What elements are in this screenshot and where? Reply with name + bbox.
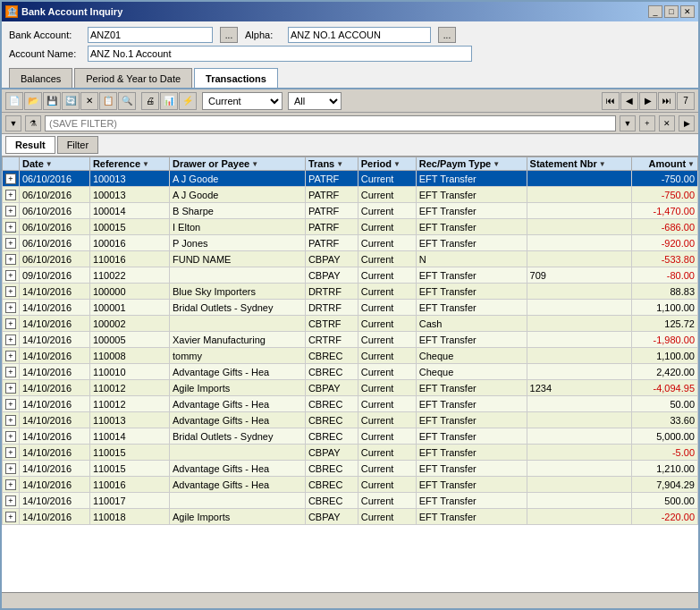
tab-balances[interactable]: Balances [9, 68, 72, 88]
filter-clear-button[interactable]: ✕ [659, 115, 675, 131]
alpha-browse-button[interactable]: ... [438, 27, 456, 43]
table-row[interactable]: + 14/10/2016 110008 tommy CBREC Current … [3, 348, 698, 364]
row-stmt-nbr: 709 [527, 267, 631, 284]
expand-icon[interactable]: + [5, 479, 16, 490]
tb-copy-button[interactable]: 📋 [99, 92, 117, 110]
period-dropdown[interactable]: Current [202, 92, 283, 110]
expand-icon[interactable]: + [5, 447, 16, 458]
table-row[interactable]: + 06/10/2016 100016 P Jones PATRF Curren… [3, 235, 698, 251]
table-row[interactable]: + 06/10/2016 110016 FUND NAME CBPAY Curr… [3, 251, 698, 267]
expand-icon[interactable]: + [5, 351, 16, 361]
row-expand-cell: + [3, 412, 20, 428]
table-row[interactable]: + 14/10/2016 100000 Blue Sky Importers D… [3, 284, 698, 300]
filter-toggle-button[interactable]: ▼ [5, 115, 21, 131]
table-row[interactable]: + 14/10/2016 110012 Agile Imports CBPAY … [3, 380, 698, 396]
col-amount[interactable]: Amount▼ [631, 157, 697, 171]
table-row[interactable]: + 14/10/2016 110016 Advantage Gifts - He… [3, 477, 698, 493]
filter-apply-button[interactable]: ▶ [679, 115, 695, 131]
tb-filter-button[interactable]: ⚡ [179, 92, 197, 110]
tb-export-button[interactable]: 📊 [160, 92, 178, 110]
expand-icon[interactable]: + [5, 174, 16, 184]
bank-account-browse-button[interactable]: ... [220, 27, 238, 43]
expand-icon[interactable]: + [5, 222, 16, 233]
close-button[interactable]: ✕ [680, 5, 695, 18]
tb-extra-button[interactable]: 7 [677, 92, 695, 110]
table-row[interactable]: + 14/10/2016 100001 Bridal Outlets - Syd… [3, 300, 698, 316]
tb-find-button[interactable]: 🔍 [118, 92, 136, 110]
tab-period-year[interactable]: Period & Year to Date [74, 68, 192, 88]
expand-icon[interactable]: + [5, 463, 16, 474]
col-trans[interactable]: Trans▼ [305, 157, 358, 171]
table-row[interactable]: + 09/10/2016 110022 CBPAY Current EFT Tr… [3, 267, 698, 284]
filter-funnel-button[interactable]: ⚗ [25, 115, 41, 131]
expand-icon[interactable]: + [5, 367, 16, 377]
expand-icon[interactable]: + [5, 335, 16, 345]
expand-icon[interactable]: + [5, 383, 16, 394]
nav-last-button[interactable]: ⏭ [658, 92, 676, 110]
col-reference[interactable]: Reference▼ [89, 157, 169, 171]
expand-icon[interactable]: + [5, 318, 16, 329]
data-table-container[interactable]: Date▼ Reference▼ Drawer or Payee▼ Trans▼… [2, 157, 698, 592]
table-row[interactable]: + 14/10/2016 110010 Advantage Gifts - He… [3, 364, 698, 380]
row-rec-type: EFT Transfer [416, 461, 527, 477]
maximize-button[interactable]: □ [664, 5, 679, 18]
row-date: 14/10/2016 [20, 493, 90, 509]
tb-print-button[interactable]: 🖨 [141, 92, 159, 110]
expand-icon[interactable]: + [5, 496, 16, 506]
tb-open-button[interactable]: 📂 [24, 92, 42, 110]
tb-delete-button[interactable]: ✕ [80, 92, 98, 110]
expand-icon[interactable]: + [5, 254, 16, 265]
table-row[interactable]: + 06/10/2016 100014 B Sharpe PATRF Curre… [3, 203, 698, 219]
expand-icon[interactable]: + [5, 270, 16, 281]
expand-icon[interactable]: + [5, 302, 16, 313]
expand-icon[interactable]: + [5, 431, 16, 442]
row-amount: -1,470.00 [631, 203, 697, 219]
expand-icon[interactable]: + [5, 415, 16, 426]
col-payee[interactable]: Drawer or Payee▼ [170, 157, 306, 171]
table-row[interactable]: + 14/10/2016 100002 CBTRF Current Cash 1… [3, 316, 698, 332]
title-bar-controls: _ □ ✕ [648, 5, 695, 18]
col-rec-type[interactable]: Rec/Paym Type▼ [416, 157, 527, 171]
table-row[interactable]: + 14/10/2016 110017 CBREC Current EFT Tr… [3, 493, 698, 509]
alpha-input[interactable] [288, 27, 431, 43]
expand-icon[interactable]: + [5, 512, 16, 522]
table-row[interactable]: + 06/10/2016 100015 I Elton PATRF Curren… [3, 219, 698, 235]
table-row[interactable]: + 06/10/2016 100013 A J Goode PATRF Curr… [3, 171, 698, 187]
col-period[interactable]: Period▼ [358, 157, 416, 171]
table-row[interactable]: + 14/10/2016 110015 CBPAY Current EFT Tr… [3, 445, 698, 461]
table-row[interactable]: + 14/10/2016 100005 Xavier Manufacturing… [3, 332, 698, 348]
table-row[interactable]: + 14/10/2016 110015 Advantage Gifts - He… [3, 461, 698, 477]
table-row[interactable]: + 06/10/2016 100013 A J Goode PATRF Curr… [3, 187, 698, 203]
tb-refresh-button[interactable]: 🔄 [62, 92, 80, 110]
row-reference: 110013 [89, 412, 169, 428]
tb-new-button[interactable]: 📄 [5, 92, 23, 110]
table-row[interactable]: + 14/10/2016 110012 Advantage Gifts - He… [3, 396, 698, 412]
expand-icon[interactable]: + [5, 190, 16, 200]
result-tab-filter[interactable]: Filter [57, 136, 98, 154]
nav-first-button[interactable]: ⏮ [602, 92, 620, 110]
col-date[interactable]: Date▼ [20, 157, 90, 171]
bank-account-input[interactable] [88, 27, 213, 43]
result-tab-result[interactable]: Result [5, 136, 55, 154]
table-row[interactable]: + 14/10/2016 110018 Agile Imports CBPAY … [3, 509, 698, 525]
expand-icon[interactable]: + [5, 206, 16, 216]
filter-dropdown-button[interactable]: ▼ [620, 115, 636, 131]
expand-icon[interactable]: + [5, 238, 16, 249]
all-dropdown[interactable]: All [288, 92, 342, 110]
row-period: Current [358, 348, 416, 364]
expand-icon[interactable]: + [5, 286, 16, 297]
col-stmt-nbr[interactable]: Statement Nbr▼ [527, 157, 631, 171]
filter-save-button[interactable]: + [639, 115, 655, 131]
table-row[interactable]: + 14/10/2016 110013 Advantage Gifts - He… [3, 412, 698, 428]
row-period: Current [358, 267, 416, 284]
tb-save-button[interactable]: 💾 [43, 92, 61, 110]
reference-sort-icon: ▼ [142, 160, 149, 168]
tab-transactions[interactable]: Transactions [194, 68, 278, 88]
minimize-button[interactable]: _ [648, 5, 662, 18]
account-name-input[interactable] [88, 46, 472, 62]
nav-prev-button[interactable]: ◀ [620, 92, 638, 110]
table-row[interactable]: + 14/10/2016 110014 Bridal Outlets - Syd… [3, 428, 698, 445]
expand-icon[interactable]: + [5, 399, 16, 410]
nav-next-button[interactable]: ▶ [639, 92, 657, 110]
filter-input[interactable] [45, 115, 616, 131]
